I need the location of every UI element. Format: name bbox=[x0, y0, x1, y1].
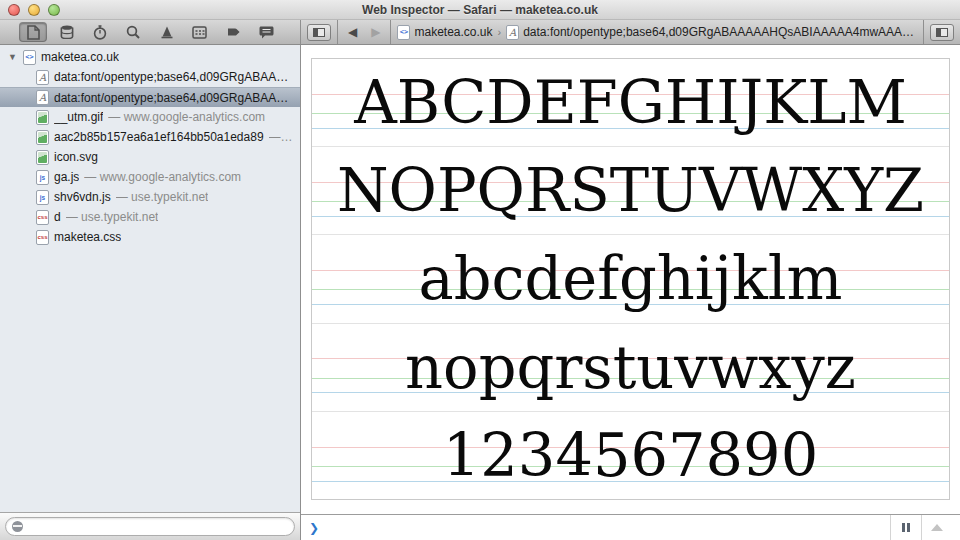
pause-button[interactable] bbox=[891, 515, 921, 540]
code-file-icon: <> bbox=[397, 25, 410, 40]
tree-item-utm-gif[interactable]: __utm.gif — www.google-analytics.com bbox=[0, 107, 300, 127]
tree-item-maketea-css[interactable]: css maketea.css bbox=[0, 227, 300, 247]
pause-icon bbox=[902, 523, 905, 532]
triangle-up-icon bbox=[931, 524, 943, 531]
tree-item-origin: — www.google-analytics.com bbox=[84, 170, 241, 184]
debugger-tab[interactable] bbox=[219, 22, 247, 42]
storage-icon bbox=[60, 25, 74, 39]
tree-root-maketea[interactable]: ▼ <> maketea.co.uk bbox=[0, 47, 300, 67]
font-preview-panel: ABCDEFGHIJKLM NOPQRSTUVWXYZ abcdefghijkl… bbox=[311, 58, 950, 500]
js-file-icon: js bbox=[36, 190, 49, 205]
breadcrumb-separator: › bbox=[498, 26, 502, 38]
glyph-row-lowercase-1: abcdefghijklm bbox=[312, 235, 949, 323]
expand-console-button[interactable] bbox=[922, 515, 952, 540]
resource-tree: ▼ <> maketea.co.uk A data:font/opentype;… bbox=[0, 45, 300, 512]
tree-item-icon-svg[interactable]: icon.svg bbox=[0, 147, 300, 167]
web-inspector-window: Web Inspector — Safari — maketea.co.uk bbox=[0, 0, 960, 540]
main-panel: ABCDEFGHIJKLM NOPQRSTUVWXYZ abcdefghijkl… bbox=[301, 45, 960, 540]
tree-item-label: ga.js bbox=[54, 170, 79, 184]
search-icon bbox=[126, 25, 140, 39]
console-prompt-icon[interactable]: ❯ bbox=[309, 521, 319, 535]
breadcrumb-domain[interactable]: <> maketea.co.uk bbox=[397, 25, 492, 40]
console-tab[interactable] bbox=[253, 22, 281, 42]
speech-bubble-icon bbox=[259, 25, 274, 39]
console-controls bbox=[890, 515, 952, 540]
tree-item-label: maketea.css bbox=[54, 230, 121, 244]
tree-item-d-css[interactable]: css d — use.typekit.net bbox=[0, 207, 300, 227]
layout-tab[interactable] bbox=[186, 22, 214, 42]
cone-icon bbox=[160, 25, 174, 39]
content-area: ▼ <> maketea.co.uk A data:font/opentype;… bbox=[0, 45, 960, 540]
glyph-text: 1234567890 bbox=[312, 408, 949, 504]
image-file-icon bbox=[36, 130, 49, 145]
glyph-text: abcdefghijklm bbox=[312, 231, 949, 327]
tree-item-origin: — use.typekit.net bbox=[66, 210, 159, 224]
filter-icon bbox=[12, 521, 23, 532]
grid-icon bbox=[192, 26, 207, 39]
tree-root-label: maketea.co.uk bbox=[41, 50, 119, 64]
inspector-toolbar: ◀ ▶ <> maketea.co.uk › A data:font/opent… bbox=[0, 20, 960, 45]
sidebar-bottom-bar bbox=[0, 512, 300, 540]
tree-item-hash-image[interactable]: aac2b85b157ea6a1ef164bb50a1eda89 —… bbox=[0, 127, 300, 147]
sidebar-toggle-right-icon bbox=[936, 28, 948, 37]
tree-item-origin: —… bbox=[269, 130, 293, 144]
forward-button[interactable]: ▶ bbox=[367, 26, 384, 38]
title-bar: Web Inspector — Safari — maketea.co.uk bbox=[0, 0, 960, 20]
domain-file-icon: <> bbox=[23, 50, 36, 65]
resources-tab[interactable] bbox=[19, 22, 47, 42]
tree-item-font-1[interactable]: A data:font/opentype;base64,d09GRgABAA… bbox=[0, 67, 300, 87]
glyph-row-lowercase-2: nopqrstuvwxyz bbox=[312, 324, 949, 412]
toggle-left-sidebar-button[interactable] bbox=[307, 24, 331, 41]
tag-icon bbox=[226, 26, 241, 38]
tree-item-origin: — use.typekit.net bbox=[116, 190, 209, 204]
font-file-icon: A bbox=[36, 70, 49, 85]
glyph-row-digits: 1234567890 bbox=[312, 412, 949, 499]
breadcrumb: <> maketea.co.uk › A data:font/opentype;… bbox=[397, 25, 917, 40]
sidebar-toggle-left-icon bbox=[313, 28, 325, 37]
tree-item-ga-js[interactable]: js ga.js — www.google-analytics.com bbox=[0, 167, 300, 187]
tree-item-label: icon.svg bbox=[54, 150, 98, 164]
quick-console-bar: ❯ bbox=[301, 514, 960, 540]
issues-tab[interactable] bbox=[153, 22, 181, 42]
disclosure-triangle-icon[interactable]: ▼ bbox=[8, 52, 18, 62]
font-file-icon: A bbox=[36, 90, 49, 105]
css-file-icon: css bbox=[36, 210, 49, 225]
tree-item-shv6vdn-js[interactable]: js shv6vdn.js — use.typekit.net bbox=[0, 187, 300, 207]
tree-item-label: data:font/opentype;base64,d09GRgABAA… bbox=[54, 91, 288, 105]
js-file-icon: js bbox=[36, 170, 49, 185]
breadcrumb-resource[interactable]: A data:font/opentype;base64,d09GRgABAAAA… bbox=[506, 25, 917, 40]
tree-item-origin: — www.google-analytics.com bbox=[108, 110, 265, 124]
breadcrumb-domain-label: maketea.co.uk bbox=[414, 25, 492, 39]
storage-tab[interactable] bbox=[53, 22, 81, 42]
navigation-bar: ◀ ▶ <> maketea.co.uk › A data:font/opent… bbox=[301, 20, 960, 44]
image-file-icon bbox=[36, 110, 49, 125]
tree-item-font-2-selected[interactable]: A data:font/opentype;base64,d09GRgABAA… bbox=[0, 87, 300, 107]
css-file-icon: css bbox=[36, 230, 49, 245]
toggle-right-sidebar-button[interactable] bbox=[930, 24, 954, 41]
resources-icon bbox=[27, 25, 40, 40]
glyph-text: nopqrstuvwxyz bbox=[312, 320, 949, 416]
glyph-text: NOPQRSTUVWXYZ bbox=[312, 143, 949, 239]
resource-filter-field[interactable] bbox=[5, 517, 295, 536]
tree-item-label: shv6vdn.js bbox=[54, 190, 111, 204]
breadcrumb-resource-label: data:font/opentype;base64,d09GRgABAAAAAH… bbox=[523, 25, 917, 39]
toolbar-tabs bbox=[0, 20, 300, 44]
search-tab[interactable] bbox=[119, 22, 147, 42]
filter-input[interactable] bbox=[27, 521, 288, 533]
nav-divider-3 bbox=[923, 20, 924, 44]
nav-divider bbox=[337, 20, 338, 44]
timeline-tab[interactable] bbox=[86, 22, 114, 42]
glyph-row-uppercase-1: ABCDEFGHIJKLM bbox=[312, 59, 949, 147]
tree-item-label: d bbox=[54, 210, 61, 224]
resources-sidebar: ▼ <> maketea.co.uk A data:font/opentype;… bbox=[0, 45, 300, 540]
nav-divider-2 bbox=[390, 20, 391, 44]
tree-item-label: data:font/opentype;base64,d09GRgABAA… bbox=[54, 70, 288, 84]
tree-item-label: __utm.gif bbox=[54, 110, 103, 124]
back-button[interactable]: ◀ bbox=[344, 26, 361, 38]
font-file-icon: A bbox=[506, 25, 519, 40]
glyph-row-uppercase-2: NOPQRSTUVWXYZ bbox=[312, 147, 949, 235]
image-file-icon bbox=[36, 150, 49, 165]
font-preview-wrap: ABCDEFGHIJKLM NOPQRSTUVWXYZ abcdefghijkl… bbox=[301, 45, 960, 514]
tree-item-label: aac2b85b157ea6a1ef164bb50a1eda89 bbox=[54, 130, 264, 144]
stopwatch-icon bbox=[93, 25, 107, 40]
